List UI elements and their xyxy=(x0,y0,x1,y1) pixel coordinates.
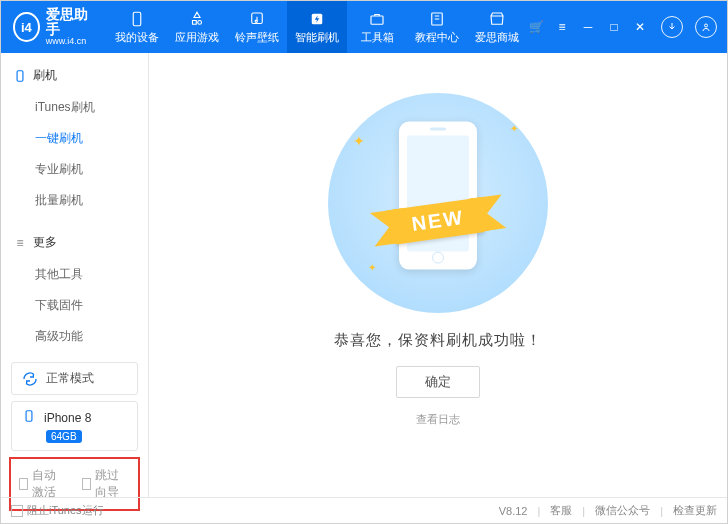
flash-icon xyxy=(308,10,326,28)
download-button[interactable] xyxy=(661,16,683,38)
brand: 爱思助手 www.i4.cn xyxy=(46,7,95,48)
refresh-icon xyxy=(22,371,38,387)
apps-icon xyxy=(188,10,206,28)
svg-rect-7 xyxy=(17,70,23,81)
ok-button[interactable]: 确定 xyxy=(396,366,480,398)
top-tabs: 我的设备 应用游戏 铃声壁纸 智能刷机 工具箱 教程中心 爱思商城 xyxy=(107,1,527,53)
more-group-icon: ≡ xyxy=(13,236,27,250)
cart-icon[interactable]: 🛒 xyxy=(527,18,545,36)
customer-service-link[interactable]: 客服 xyxy=(550,503,572,518)
tab-shop[interactable]: 爱思商城 xyxy=(467,1,527,53)
tab-toolbox[interactable]: 工具箱 xyxy=(347,1,407,53)
user-button[interactable] xyxy=(695,16,717,38)
sidebar-item-batch-flash[interactable]: 批量刷机 xyxy=(1,185,148,216)
sidebar-item-advanced[interactable]: 高级功能 xyxy=(1,321,148,352)
checkbox-icon xyxy=(11,505,23,517)
view-log-link[interactable]: 查看日志 xyxy=(416,412,460,427)
sidebar-item-one-click-flash[interactable]: 一键刷机 xyxy=(1,123,148,154)
music-icon xyxy=(248,10,266,28)
device-icon xyxy=(128,10,146,28)
auto-activate-checkbox[interactable]: 自动激活 xyxy=(19,467,68,501)
close-button[interactable]: ✕ xyxy=(631,18,649,36)
brand-title: 爱思助手 xyxy=(46,7,95,38)
footer: 阻止iTunes运行 V8.12 | 客服 | 微信公众号 | 检查更新 xyxy=(1,497,727,523)
tab-apps[interactable]: 应用游戏 xyxy=(167,1,227,53)
sidebar-item-pro-flash[interactable]: 专业刷机 xyxy=(1,154,148,185)
book-icon xyxy=(428,10,446,28)
block-itunes-checkbox[interactable]: 阻止iTunes运行 xyxy=(11,503,104,518)
toolbox-icon xyxy=(368,10,386,28)
tab-tutorials[interactable]: 教程中心 xyxy=(407,1,467,53)
tab-ringtones[interactable]: 铃声壁纸 xyxy=(227,1,287,53)
shop-icon xyxy=(488,10,506,28)
storage-badge: 64GB xyxy=(46,430,82,443)
svg-rect-4 xyxy=(371,16,383,24)
device-box[interactable]: iPhone 8 64GB xyxy=(11,401,138,451)
phone-icon xyxy=(22,409,36,426)
main-content: ✦ ✦ ✦ NEW 恭喜您，保资料刷机成功啦！ 确定 查看日志 xyxy=(149,53,727,497)
sidebar: 刷机 iTunes刷机 一键刷机 专业刷机 批量刷机 ≡ 更多 其他工具 下载固… xyxy=(1,53,149,497)
skip-guide-checkbox[interactable]: 跳过向导 xyxy=(82,467,131,501)
flash-group-icon xyxy=(13,69,27,83)
svg-rect-8 xyxy=(26,411,32,422)
success-illustration: ✦ ✦ ✦ NEW xyxy=(328,93,548,313)
mode-box[interactable]: 正常模式 xyxy=(11,362,138,395)
check-update-link[interactable]: 检查更新 xyxy=(673,503,717,518)
svg-point-2 xyxy=(255,20,257,22)
sidebar-group-flash[interactable]: 刷机 xyxy=(1,63,148,88)
sidebar-item-other-tools[interactable]: 其他工具 xyxy=(1,259,148,290)
device-name: iPhone 8 xyxy=(44,411,91,425)
logo-icon: i4 xyxy=(13,12,40,42)
brand-subtitle: www.i4.cn xyxy=(46,37,95,47)
tab-my-device[interactable]: 我的设备 xyxy=(107,1,167,53)
maximize-button[interactable]: □ xyxy=(605,18,623,36)
wechat-link[interactable]: 微信公众号 xyxy=(595,503,650,518)
minimize-button[interactable]: ─ xyxy=(579,18,597,36)
header: i4 爱思助手 www.i4.cn 我的设备 应用游戏 铃声壁纸 智能刷机 工具… xyxy=(1,1,727,53)
checkbox-icon xyxy=(19,478,28,490)
sidebar-item-itunes-flash[interactable]: iTunes刷机 xyxy=(1,92,148,123)
svg-rect-0 xyxy=(133,12,141,26)
sidebar-group-more[interactable]: ≡ 更多 xyxy=(1,230,148,255)
success-message: 恭喜您，保资料刷机成功啦！ xyxy=(334,331,542,350)
window-controls: 🛒 ≡ ─ □ ✕ xyxy=(527,16,721,38)
sidebar-item-download-firmware[interactable]: 下载固件 xyxy=(1,290,148,321)
tab-smart-flash[interactable]: 智能刷机 xyxy=(287,1,347,53)
version-label: V8.12 xyxy=(499,505,528,517)
mode-label: 正常模式 xyxy=(46,370,94,387)
menu-icon[interactable]: ≡ xyxy=(553,18,571,36)
checkbox-icon xyxy=(82,478,91,490)
svg-point-6 xyxy=(705,24,708,27)
